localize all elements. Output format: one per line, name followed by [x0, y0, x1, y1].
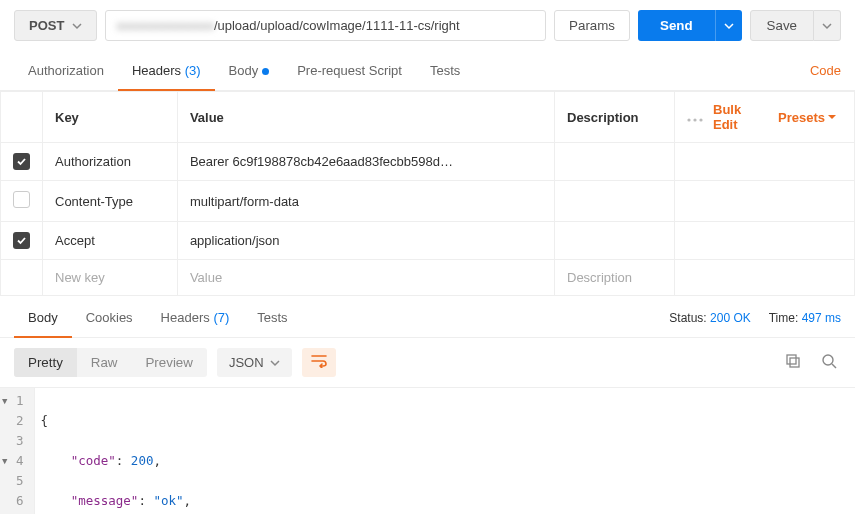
url-path: /upload/upload/cowImage/1111-11-cs/right: [214, 18, 460, 33]
time-label: Time: 497 ms: [769, 311, 841, 325]
row-checkbox[interactable]: [13, 153, 30, 170]
wrap-lines-button[interactable]: [302, 348, 336, 377]
new-desc-input[interactable]: Description: [555, 260, 675, 296]
chevron-down-icon: [72, 21, 82, 31]
header-value[interactable]: multipart/form-data: [177, 181, 554, 222]
save-button[interactable]: Save: [750, 10, 814, 41]
tab-tests[interactable]: Tests: [416, 51, 474, 90]
row-checkbox[interactable]: [13, 191, 30, 208]
header-key[interactable]: Content-Type: [43, 181, 178, 222]
table-row: Content-Type multipart/form-data: [1, 181, 855, 222]
tab-body[interactable]: Body: [215, 51, 284, 90]
new-key-input[interactable]: New key: [43, 260, 178, 296]
tab-prerequest[interactable]: Pre-request Script: [283, 51, 416, 90]
resp-tab-body[interactable]: Body: [14, 298, 72, 337]
header-desc[interactable]: [555, 143, 675, 181]
request-tabs: Authorization Headers (3) Body Pre-reque…: [0, 51, 855, 91]
table-row-new: New key Value Description: [1, 260, 855, 296]
table-row: Authorization Bearer 6c9f198878cb42e6aad…: [1, 143, 855, 181]
response-tabs: Body Cookies Headers (7) Tests Status: 2…: [0, 298, 855, 338]
header-desc[interactable]: [555, 222, 675, 260]
save-dropdown[interactable]: [814, 10, 841, 41]
check-header: [1, 92, 43, 143]
resp-tab-headers[interactable]: Headers (7): [147, 298, 244, 337]
resp-tab-tests[interactable]: Tests: [243, 298, 301, 337]
svg-point-0: [687, 118, 690, 121]
search-response-icon[interactable]: [817, 349, 841, 376]
col-key: Key: [43, 92, 178, 143]
row-checkbox[interactable]: [13, 232, 30, 249]
header-desc[interactable]: [555, 181, 675, 222]
http-method-select[interactable]: POST: [14, 10, 97, 41]
col-desc: Description: [555, 92, 675, 143]
svg-point-5: [823, 355, 833, 365]
svg-rect-4: [790, 358, 799, 367]
format-select[interactable]: JSON: [217, 348, 292, 377]
view-raw[interactable]: Raw: [77, 348, 132, 377]
request-bar: POST xxxxxxxxxxxxxxx/upload/upload/cowIm…: [0, 0, 855, 51]
chevron-down-icon: [822, 21, 832, 31]
caret-down-icon: [828, 113, 836, 121]
more-icon[interactable]: [687, 110, 703, 125]
copy-response-icon[interactable]: [781, 349, 805, 376]
line-gutter: ▼1 2 3 ▼4 5 6 7 8 9: [0, 388, 35, 514]
bulk-edit-link[interactable]: Bulk Edit: [713, 102, 768, 132]
url-input[interactable]: xxxxxxxxxxxxxxx/upload/upload/cowImage/1…: [105, 10, 546, 41]
view-segment: Pretty Raw Preview: [14, 348, 207, 377]
header-key[interactable]: Authorization: [43, 143, 178, 181]
chevron-down-icon: [724, 21, 734, 31]
chevron-down-icon: [270, 358, 280, 368]
code-link[interactable]: Code: [810, 51, 841, 90]
send-button[interactable]: Send: [638, 10, 715, 41]
http-method-label: POST: [29, 18, 64, 33]
view-pretty[interactable]: Pretty: [14, 348, 77, 377]
view-preview[interactable]: Preview: [131, 348, 206, 377]
header-key[interactable]: Accept: [43, 222, 178, 260]
table-row: Accept application/json: [1, 222, 855, 260]
col-value: Value: [177, 92, 554, 143]
svg-point-2: [699, 118, 702, 121]
status-label: Status: 200 OK: [669, 311, 750, 325]
svg-rect-3: [787, 355, 796, 364]
headers-table: Key Value Description Bulk Edit Presets: [0, 91, 855, 296]
resp-tab-cookies[interactable]: Cookies: [72, 298, 147, 337]
tab-headers[interactable]: Headers (3): [118, 51, 215, 90]
new-value-input[interactable]: Value: [177, 260, 554, 296]
col-actions: Bulk Edit Presets: [675, 92, 855, 143]
url-host-blurred: xxxxxxxxxxxxxxx: [116, 18, 214, 33]
send-dropdown[interactable]: [715, 10, 742, 41]
svg-point-1: [693, 118, 696, 121]
tab-authorization[interactable]: Authorization: [14, 51, 118, 90]
wrap-icon: [311, 354, 327, 368]
response-view-bar: Pretty Raw Preview JSON: [0, 338, 855, 387]
header-value[interactable]: Bearer 6c9f198878cb42e6aad83fecbb598d…: [177, 143, 554, 181]
presets-dropdown[interactable]: Presets: [778, 110, 836, 125]
response-code-area: ▼1 2 3 ▼4 5 6 7 8 9 { "code": 200, "mess…: [0, 387, 855, 514]
params-button[interactable]: Params: [554, 10, 630, 41]
body-modified-dot: [262, 68, 269, 75]
header-value[interactable]: application/json: [177, 222, 554, 260]
response-body[interactable]: { "code": 200, "message": "ok", "data": …: [35, 388, 855, 514]
